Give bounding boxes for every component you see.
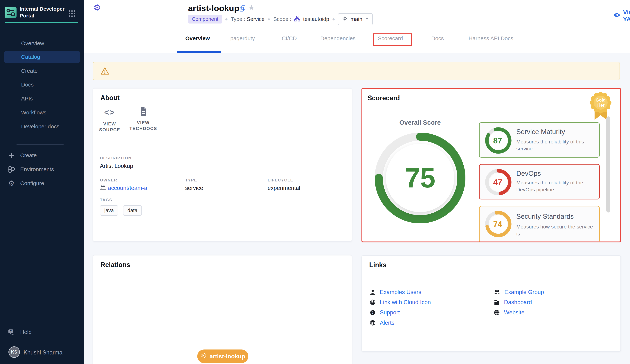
sidebar-item-docs[interactable]: Docs — [4, 78, 80, 91]
brand-accent-bar — [5, 22, 78, 23]
view-yaml-button[interactable]: View YAML — [613, 9, 630, 23]
sidebar-item-overview[interactable]: Overview — [4, 37, 80, 50]
user-name: Khushi Sharma — [24, 349, 62, 356]
portal-logo[interactable] — [5, 6, 16, 19]
svg-text:?: ? — [10, 330, 12, 333]
plus-icon — [7, 152, 16, 159]
sidebar-action-create[interactable]: Create — [7, 150, 80, 161]
type-value: service — [185, 185, 203, 191]
scorecard-item-security-standards[interactable]: 74 Security Standards Measures how secur… — [479, 206, 600, 242]
score-value: 87 — [493, 136, 502, 145]
description-label: DESCRIPTION — [100, 156, 133, 160]
overall-score-value: 75 — [383, 162, 457, 194]
score-description: Measures the reliability of the DevOps p… — [516, 179, 597, 193]
link-example-group[interactable]: Example Group — [494, 289, 544, 296]
tab-overview[interactable]: Overview — [185, 35, 210, 42]
sidebar-item-catalog[interactable]: Catalog — [4, 51, 80, 63]
score-title: Service Maturity — [516, 128, 565, 136]
active-tab-indicator — [177, 51, 221, 53]
sidebar-item-developer-docs[interactable]: Developer docs — [4, 120, 80, 132]
link-website[interactable]: Website — [494, 309, 524, 316]
tag-chip[interactable]: data — [123, 205, 142, 216]
tab-docs[interactable]: Docs — [431, 35, 444, 42]
people-icon — [100, 185, 106, 191]
lifecycle-label: LIFECYCLE — [268, 178, 300, 182]
about-card: About <> VIEW SOURCE VIEW TECHDOCS DESCR… — [93, 88, 352, 242]
score-title: DevOps — [516, 170, 541, 178]
scorecard-panel: Scorecard Gold Tier Overall Score 75 — [362, 88, 621, 242]
relations-heading: Relations — [100, 261, 130, 269]
sidebar: Internal Developer Portal Overview Catal… — [0, 0, 84, 364]
star-icon[interactable]: ★ — [248, 3, 255, 12]
entity-meta-row: Component ● Type : Service ● Scope : tes… — [188, 14, 373, 24]
warning-icon — [100, 67, 109, 76]
type-value: Service — [247, 16, 265, 22]
svg-text:?: ? — [372, 311, 374, 314]
globe-icon — [370, 299, 376, 306]
branch-name: main — [350, 16, 362, 22]
scorecard-item-service-maturity[interactable]: 87 Service Maturity Measures the reliabi… — [479, 122, 600, 158]
tab-pagerduty[interactable]: pagerduty — [230, 35, 255, 42]
owner-link[interactable]: account/team-a — [100, 185, 147, 191]
dashboard-icon — [494, 299, 500, 306]
globe-icon — [370, 320, 376, 326]
tab-harness-api-docs[interactable]: Harness API Docs — [468, 35, 513, 42]
help-circle-icon: ? — [370, 310, 376, 316]
svg-text:Tier: Tier — [596, 103, 605, 108]
relations-card: Relations artist-lookup — [93, 255, 352, 364]
tab-dependencies[interactable]: Dependencies — [320, 35, 356, 42]
link-dashboard[interactable]: Dashboard — [494, 299, 532, 306]
score-value: 47 — [493, 178, 502, 187]
chevron-down-icon — [364, 16, 369, 22]
sidebar-item-workflows[interactable]: Workflows — [4, 106, 80, 119]
scope-hierarchy-icon — [294, 16, 300, 23]
description-value: Artist Lookup — [100, 163, 133, 169]
branch-selector[interactable]: main — [338, 13, 373, 25]
link-examples-users[interactable]: Examples Users — [370, 289, 421, 296]
people-icon — [494, 289, 500, 295]
scorecard-heading: Scorecard — [368, 94, 400, 102]
person-icon — [370, 289, 376, 295]
scorecard-tab-highlight-box — [374, 34, 412, 46]
user-avatar[interactable]: KS — [8, 346, 20, 358]
sidebar-item-create[interactable]: Create — [4, 65, 80, 77]
help-chat-icon: ? — [7, 328, 16, 336]
eye-icon — [613, 12, 620, 19]
branch-icon — [341, 15, 348, 23]
relation-node-artist-lookup[interactable]: artist-lookup — [197, 350, 248, 363]
lifecycle-value: experimental — [268, 185, 300, 191]
sidebar-action-configure[interactable]: ⚙ Configure — [7, 178, 80, 189]
kind-badge[interactable]: Component — [188, 15, 222, 24]
warning-banner — [93, 62, 620, 80]
score-description: Measures the reliability of this service — [516, 138, 597, 152]
portal-title: Internal Developer Portal — [20, 6, 68, 19]
document-icon — [139, 114, 147, 117]
score-title: Security Standards — [516, 213, 574, 220]
tags-label: TAGS — [100, 198, 146, 202]
divider — [16, 35, 64, 35]
score-description: Measures how secure the service is — [516, 223, 597, 237]
links-heading: Links — [369, 261, 386, 269]
help-button[interactable]: ? Help — [7, 326, 80, 338]
view-source-action[interactable]: <> VIEW SOURCE — [91, 108, 128, 133]
copy-icon[interactable] — [240, 5, 246, 13]
chip-icon — [200, 352, 207, 360]
hexagons-icon — [7, 166, 16, 173]
link-cloud-icon[interactable]: Link with Cloud Icon — [370, 299, 431, 306]
owner-label: OWNER — [100, 178, 147, 182]
link-alerts[interactable]: Alerts — [370, 320, 394, 326]
svg-text:Gold: Gold — [596, 98, 606, 102]
apps-grid-icon[interactable] — [68, 10, 76, 18]
tag-chip[interactable]: java — [100, 205, 118, 216]
link-support[interactable]: ? Support — [370, 309, 400, 316]
entity-header: ⚙ artist-lookup ★ Component ● Type : Ser… — [84, 0, 630, 53]
scorecard-item-devops[interactable]: 47 DevOps Measures the reliability of th… — [479, 164, 600, 200]
component-gear-icon: ⚙ — [93, 2, 101, 12]
scorecard-scrollbar[interactable] — [606, 116, 610, 212]
globe-icon — [494, 310, 500, 316]
sidebar-action-environments[interactable]: Environments — [7, 164, 80, 175]
tab-cicd[interactable]: CI/CD — [282, 35, 297, 42]
links-card: Links Examples Users Link with Cloud Ico… — [362, 255, 621, 352]
view-techdocs-action[interactable]: VIEW TECHDOCS — [125, 107, 162, 132]
sidebar-item-apis[interactable]: APIs — [4, 92, 80, 105]
